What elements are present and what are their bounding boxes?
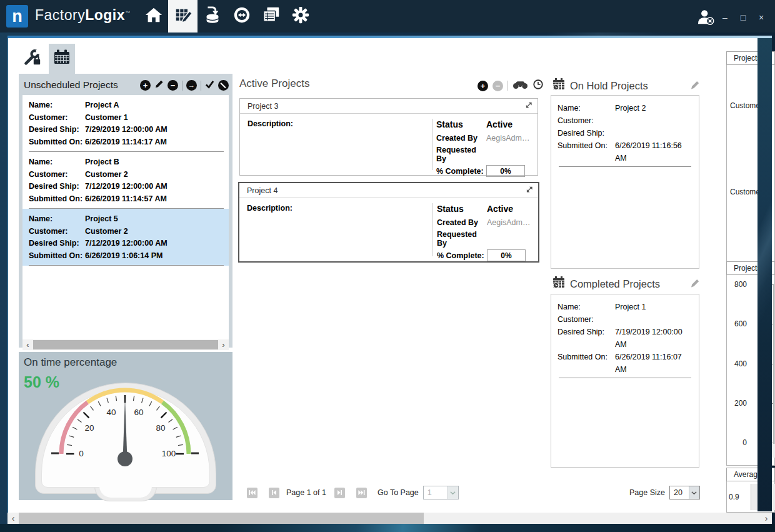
maximize-button[interactable]: □ <box>738 13 748 23</box>
gear-icon <box>291 6 310 27</box>
minimize-button[interactable]: – <box>720 13 730 23</box>
percent-complete-field[interactable]: 0% <box>486 165 525 177</box>
edit-on-hold-button[interactable] <box>690 80 700 93</box>
add-project-button[interactable]: + <box>140 80 151 91</box>
user-logout-icon <box>696 18 716 28</box>
unscheduled-project-item-selected[interactable]: Name:Project 5 Customer:Customer 2 Desir… <box>22 209 229 266</box>
scroll-right-arrow[interactable]: › <box>218 339 229 350</box>
nav-reports-button[interactable] <box>256 0 286 33</box>
completed-title: Completed Projects <box>570 278 660 290</box>
remove-project-button[interactable]: − <box>168 80 178 91</box>
active-project-card-selected[interactable]: Project 4 Description: StatusActive Crea… <box>238 182 539 263</box>
remove-active-button-disabled[interactable]: − <box>492 81 503 91</box>
on-time-percentage-panel: On time percentage 50 % 0 20 40 60 80 10… <box>19 352 232 500</box>
logout-user-button[interactable] <box>696 9 716 29</box>
page-indicator: Page 1 of 1 <box>286 488 326 497</box>
y-axis-tick: 0 <box>728 438 747 447</box>
main-horizontal-scrollbar: ‹ › <box>8 513 772 524</box>
nav-settings-button[interactable] <box>286 0 315 33</box>
scroll-left-arrow[interactable]: ‹ <box>8 513 19 524</box>
y-axis-tick: 600 <box>728 319 747 328</box>
toolbar-separator <box>508 81 508 91</box>
card-header: Project 4 <box>239 183 538 198</box>
nav-sync-button[interactable] <box>227 0 256 33</box>
nav-planning-button-active[interactable] <box>168 0 198 33</box>
page-size-control: Page Size 20 <box>629 486 700 499</box>
application-window: Unscheduled Projects + − → Name:Project … <box>0 0 775 532</box>
gauge-tick-label: 0 <box>79 449 84 458</box>
home-icon <box>144 6 163 27</box>
expand-icon[interactable] <box>525 101 532 111</box>
scrollbar-thumb[interactable] <box>33 340 218 349</box>
card-body: Description: StatusActive Created ByAegi… <box>239 198 538 261</box>
active-projects-title: Active Projects <box>239 78 309 90</box>
nav-materials-button[interactable] <box>198 0 227 33</box>
chevron-down-icon <box>689 486 699 499</box>
calendar-clock-icon <box>552 276 566 292</box>
card-divider <box>432 119 432 170</box>
unscheduled-toolbar: + − → <box>140 79 229 91</box>
y-axis-tick: 200 <box>728 399 747 408</box>
edit-completed-button[interactable] <box>690 278 700 291</box>
completed-projects-box[interactable]: Name:Project 1 Customer: Desired Ship:7/… <box>551 294 699 468</box>
close-button[interactable]: × <box>756 13 766 23</box>
on-hold-title: On Hold Projects <box>570 80 648 92</box>
unscheduled-horizontal-scrollbar: ‹ › <box>22 339 229 350</box>
scrollbar-thumb[interactable] <box>19 513 424 524</box>
item-separator <box>559 378 691 378</box>
y-axis-line <box>773 284 774 444</box>
gauge-chart: 0 20 40 60 80 100 <box>32 375 219 488</box>
schedule-project-button[interactable]: → <box>186 80 197 91</box>
tab-configuration[interactable] <box>20 46 44 71</box>
unscheduled-projects-panel: Unscheduled Projects + − → Name:Project … <box>19 74 232 348</box>
gauge-tick-label: 80 <box>156 423 165 433</box>
unscheduled-project-item[interactable]: Name:Project A Customer:Customer 1 Desir… <box>22 95 229 152</box>
next-page-button[interactable] <box>334 488 345 498</box>
window-bottom-edge <box>0 524 775 532</box>
calendar-clock-icon <box>552 78 566 94</box>
add-active-button[interactable]: + <box>478 81 488 91</box>
app-logo: n <box>6 5 28 28</box>
toolbar-separator <box>182 81 182 91</box>
unscheduled-project-item[interactable]: Name:Project B Customer:Customer 2 Desir… <box>22 152 229 209</box>
gauge-tick-label: 40 <box>106 408 116 417</box>
goto-page-label: Go To Page <box>378 488 419 497</box>
description-label: Description: <box>247 204 292 213</box>
first-page-button[interactable] <box>247 488 258 498</box>
expand-icon[interactable] <box>526 186 533 195</box>
card-title: Project 3 <box>248 102 278 111</box>
card-title: Project 4 <box>247 186 278 195</box>
card-header: Project 3 <box>240 99 538 114</box>
edit-project-button[interactable] <box>154 79 164 91</box>
previous-page-button[interactable] <box>269 488 279 498</box>
item-separator <box>559 166 691 167</box>
unscheduled-projects-title: Unscheduled Projects <box>24 79 118 91</box>
unscheduled-projects-list: Name:Project A Customer:Customer 1 Desir… <box>22 95 229 339</box>
last-page-button[interactable] <box>356 488 367 498</box>
history-clock-icon[interactable] <box>532 79 544 93</box>
scroll-left-arrow[interactable]: ‹ <box>22 339 33 350</box>
main-navigation <box>139 0 315 33</box>
percent-complete-field[interactable]: 0% <box>487 249 526 261</box>
report-windows-icon <box>262 6 281 27</box>
goto-page-dropdown[interactable]: 1 <box>423 486 459 499</box>
scroll-right-arrow[interactable]: › <box>761 513 772 524</box>
window-background-right <box>758 38 772 511</box>
gauge-tick-label: 60 <box>134 408 143 417</box>
gauge-tick-label: 20 <box>84 423 94 433</box>
title-bar: n FactoryLogix™ <box>0 0 775 33</box>
chevron-down-icon <box>448 486 458 499</box>
y-axis-tick: 0.9 <box>729 493 739 501</box>
active-project-card[interactable]: Project 3 Description: StatusActive Crea… <box>239 98 538 176</box>
cancel-button[interactable] <box>218 80 229 91</box>
accept-button[interactable] <box>205 79 214 91</box>
window-controls: – □ × <box>720 13 766 23</box>
search-binoculars-icon[interactable] <box>512 79 528 92</box>
completed-header: Completed Projects <box>552 276 660 292</box>
app-brand: FactoryLogix™ <box>35 7 131 24</box>
on-hold-projects-box[interactable]: Name:Project 2 Customer: Desired Ship: S… <box>551 95 699 269</box>
page-size-dropdown[interactable]: 20 <box>669 486 700 499</box>
tab-scheduling[interactable] <box>49 44 75 74</box>
nav-home-button[interactable] <box>139 0 168 33</box>
toolbar-separator <box>201 81 201 91</box>
